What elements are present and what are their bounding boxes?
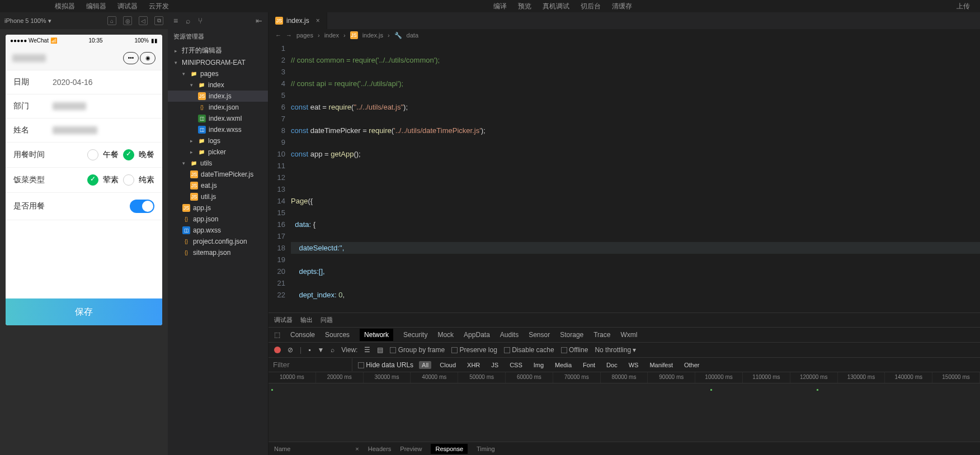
subtab-trace[interactable]: Trace	[593, 331, 610, 339]
collapse-icon[interactable]: ⇤	[256, 16, 262, 25]
offline-checkbox[interactable]	[561, 347, 567, 353]
filter-icon[interactable]: ▼	[317, 346, 324, 354]
filter-xhr[interactable]: XHR	[464, 361, 483, 369]
folder-utils[interactable]: ▾📁utils	[168, 158, 268, 169]
file-index-js[interactable]: JSindex.js	[168, 91, 268, 102]
filter-cloud[interactable]: Cloud	[437, 361, 459, 369]
groupbyframe-checkbox[interactable]	[390, 347, 396, 353]
col-name[interactable]: Name	[274, 445, 290, 452]
topbar-cloud[interactable]: 云开发	[149, 2, 169, 11]
file-index-wxml[interactable]: ◫index.wxml	[168, 113, 268, 124]
filter-other[interactable]: Other	[681, 361, 703, 369]
capsule-close-button[interactable]: ◉	[140, 52, 156, 64]
file-app-wxss[interactable]: ◫app.wxss	[168, 225, 268, 236]
subtab-appdata[interactable]: AppData	[464, 331, 490, 339]
record-button[interactable]	[274, 347, 281, 353]
file-app-js[interactable]: JSapp.js	[168, 202, 268, 214]
throttling-select[interactable]: No throttling ▾	[595, 346, 636, 354]
lunch-radio[interactable]	[87, 149, 98, 160]
topbar-remotedebug[interactable]: 真机调试	[543, 2, 569, 11]
crumb-pages[interactable]: pages	[296, 32, 313, 39]
folder-logs[interactable]: ▸📁logs	[168, 135, 268, 146]
topbar-preview[interactable]: 预览	[518, 2, 531, 11]
camera-icon[interactable]: ▪	[308, 346, 310, 354]
disablecache-checkbox[interactable]	[504, 347, 510, 353]
filter-css[interactable]: CSS	[507, 361, 525, 369]
preservelog-checkbox[interactable]	[451, 347, 458, 353]
panel-tab-debugger[interactable]: 调试器	[274, 316, 293, 324]
folder-picker[interactable]: ▸📁picker	[168, 146, 268, 158]
filter-media[interactable]: Media	[552, 361, 574, 369]
topbar-compile[interactable]: 编译	[493, 2, 507, 11]
search-icon[interactable]: ⌕	[186, 16, 190, 25]
folder-pages[interactable]: ▾📁pages	[168, 68, 268, 79]
vege-radio[interactable]	[123, 174, 134, 186]
clear-icon[interactable]: ⊘	[288, 346, 293, 354]
open-editors-section[interactable]: ▸打开的编辑器	[168, 44, 268, 57]
topbar-upload[interactable]: 上传	[957, 2, 970, 10]
file-project-config[interactable]: {}project.config.json	[168, 236, 268, 247]
device-selector[interactable]: iPhone 5 100% ▾	[4, 17, 51, 25]
nav-back-icon[interactable]: ←	[275, 32, 281, 39]
file-index-wxss[interactable]: ◫index.wxss	[168, 124, 268, 135]
popout-icon[interactable]: ⧉	[154, 16, 163, 25]
network-body[interactable]	[268, 383, 980, 442]
filter-img[interactable]: Img	[531, 361, 546, 369]
meat-radio[interactable]	[87, 174, 98, 186]
capsule-menu-button[interactable]: •••	[123, 52, 139, 64]
home-icon[interactable]: ⌂	[107, 16, 116, 25]
filter-font[interactable]: Font	[580, 361, 598, 369]
nav-fwd-icon[interactable]: →	[286, 32, 292, 39]
subtab-mock[interactable]: Mock	[437, 331, 454, 339]
branch-icon[interactable]: ⑂	[198, 16, 202, 25]
eatornot-toggle[interactable]	[130, 200, 154, 213]
topbar-clearcache[interactable]: 清缓存	[612, 2, 632, 11]
file-app-json[interactable]: {}app.json	[168, 214, 268, 225]
crumb-index[interactable]: index	[324, 32, 339, 39]
file-datetimepicker-js[interactable]: JSdateTimePicker.js	[168, 169, 268, 180]
filter-all[interactable]: All	[419, 361, 431, 369]
view-small-icon[interactable]: ▤	[377, 346, 383, 354]
file-eat-js[interactable]: JSeat.js	[168, 180, 268, 191]
dettab-preview[interactable]: Preview	[400, 445, 422, 452]
list-icon[interactable]: ≡	[173, 16, 178, 25]
network-timeline[interactable]: 10000 ms20000 ms30000 ms40000 ms50000 ms…	[268, 372, 980, 383]
hidedataurls-checkbox[interactable]	[358, 362, 364, 368]
subtab-console[interactable]: Console	[290, 331, 315, 339]
subtab-sources[interactable]: Sources	[325, 331, 350, 339]
dettab-headers[interactable]: Headers	[368, 445, 392, 452]
subtab-network[interactable]: Network	[360, 329, 393, 341]
code-editor[interactable]: 12345678910111213141516171819202122 // c…	[268, 41, 980, 312]
dept-value-blurred[interactable]	[53, 102, 86, 110]
filter-manifest[interactable]: Manifest	[647, 361, 676, 369]
project-root[interactable]: ▾MINIPROGRAM-EAT	[168, 57, 268, 68]
subtab-wxml[interactable]: Wxml	[620, 331, 637, 339]
dettab-timing[interactable]: Timing	[477, 445, 495, 452]
mute-icon[interactable]: ◁	[139, 16, 148, 25]
folder-index[interactable]: ▾📁index	[168, 79, 268, 91]
search-net-icon[interactable]: ⌕	[331, 346, 334, 354]
file-index-json[interactable]: {}index.json	[168, 102, 268, 113]
view-large-icon[interactable]: ☰	[364, 346, 370, 354]
subtab-storage[interactable]: Storage	[560, 331, 583, 339]
dinner-radio[interactable]	[123, 149, 134, 160]
filter-input[interactable]	[268, 358, 352, 371]
save-button[interactable]: 保存	[6, 298, 162, 325]
subtab-sensor[interactable]: Sensor	[529, 331, 550, 339]
tab-index-js[interactable]: JSindex.js×	[268, 12, 327, 29]
record-icon[interactable]: ◎	[123, 16, 132, 25]
filter-ws[interactable]: WS	[626, 361, 642, 369]
topbar-background[interactable]: 切后台	[581, 2, 601, 11]
date-value[interactable]: 2020-04-16	[53, 78, 154, 87]
file-sitemap[interactable]: {}sitemap.json	[168, 247, 268, 258]
filter-doc[interactable]: Doc	[604, 361, 620, 369]
topbar-simulator[interactable]: 模拟器	[55, 2, 75, 11]
dettab-response[interactable]: Response	[431, 444, 468, 454]
subtab-audits[interactable]: Audits	[500, 331, 519, 339]
inspect-icon[interactable]: ⬚	[274, 331, 280, 339]
subtab-security[interactable]: Security	[403, 331, 427, 339]
topbar-editor[interactable]: 编辑器	[86, 2, 106, 11]
filter-js[interactable]: JS	[488, 361, 501, 369]
file-util-js[interactable]: JSutil.js	[168, 191, 268, 202]
crumb-file[interactable]: index.js	[362, 32, 383, 39]
